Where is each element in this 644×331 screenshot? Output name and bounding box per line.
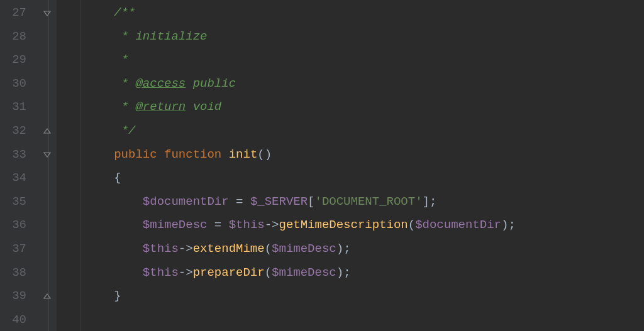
line-number: 38 bbox=[0, 261, 26, 285]
line-number: 32 bbox=[0, 119, 26, 143]
line-number: 27 bbox=[0, 1, 26, 25]
line-number: 36 bbox=[0, 214, 26, 237]
code-area[interactable]: /** * initialize * * @access public * @r… bbox=[57, 0, 644, 331]
code-line[interactable]: * initialize bbox=[57, 25, 644, 49]
line-number: 30 bbox=[0, 72, 26, 96]
fold-toggle-icon[interactable] bbox=[38, 1, 57, 25]
code-line[interactable]: $documentDir = $_SERVER['DOCUMENT_ROOT']… bbox=[57, 190, 644, 214]
fold-gutter bbox=[38, 0, 57, 331]
line-number: 28 bbox=[0, 25, 26, 49]
line-number: 37 bbox=[0, 237, 26, 261]
code-line[interactable]: $this->prepareDir($mimeDesc); bbox=[57, 261, 644, 285]
line-number: 34 bbox=[0, 166, 26, 190]
fold-toggle-icon[interactable] bbox=[38, 143, 57, 167]
line-number-gutter: 27 28 29 30 31 32 33 34 35 36 37 38 39 4… bbox=[0, 0, 38, 331]
code-line[interactable]: { bbox=[57, 166, 644, 190]
code-line[interactable]: } bbox=[57, 285, 644, 308]
code-line[interactable] bbox=[57, 308, 644, 331]
code-line[interactable]: $mimeDesc = $this->getMimeDescription($d… bbox=[57, 214, 644, 237]
line-number: 29 bbox=[0, 48, 26, 72]
code-line[interactable]: $this->extendMime($mimeDesc); bbox=[57, 237, 644, 261]
line-number: 40 bbox=[0, 308, 26, 331]
fold-end-icon[interactable] bbox=[38, 285, 57, 308]
code-line[interactable]: public function init() bbox=[57, 143, 644, 167]
line-number: 35 bbox=[0, 190, 26, 214]
code-line[interactable]: * @return void bbox=[57, 95, 644, 119]
code-line[interactable]: */ bbox=[57, 119, 644, 143]
code-line[interactable]: * bbox=[57, 48, 644, 72]
line-number: 39 bbox=[0, 285, 26, 308]
code-line[interactable]: /** bbox=[57, 1, 644, 25]
fold-end-icon[interactable] bbox=[38, 119, 57, 143]
line-number: 33 bbox=[0, 143, 26, 167]
code-editor: 27 28 29 30 31 32 33 34 35 36 37 38 39 4… bbox=[0, 0, 644, 331]
code-line[interactable]: * @access public bbox=[57, 72, 644, 96]
line-number: 31 bbox=[0, 95, 26, 119]
